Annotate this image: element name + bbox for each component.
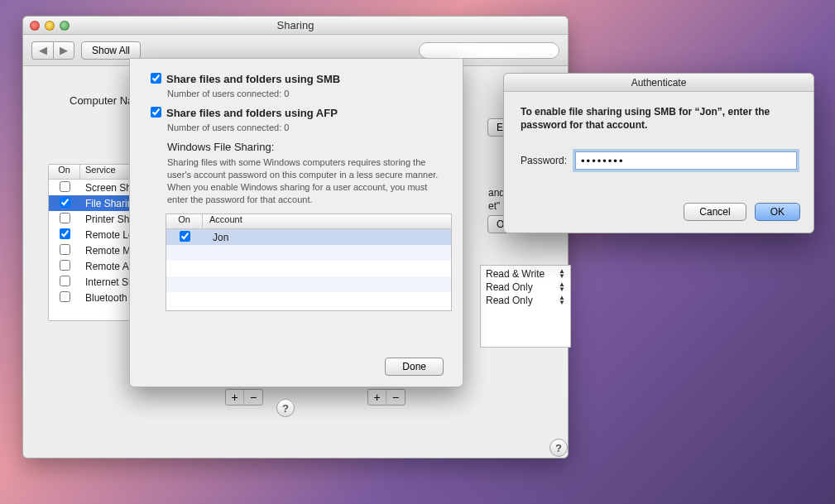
window-title: Sharing — [23, 19, 568, 31]
done-button[interactable]: Done — [385, 358, 444, 376]
service-checkbox[interactable] — [60, 291, 70, 302]
permission-row[interactable]: Read & Write▲▼ — [486, 268, 565, 280]
afp-label: Share files and folders using AFP — [166, 107, 338, 119]
account-row — [166, 245, 451, 261]
permission-label: Read Only — [486, 281, 533, 293]
folders-add-remove: + − — [225, 389, 263, 406]
computer-name-label: Computer Na — [70, 94, 133, 107]
stepper-icon[interactable]: ▲▼ — [559, 282, 565, 292]
afp-checkbox[interactable] — [151, 107, 161, 118]
accounts-table: On Account Jon — [166, 214, 452, 311]
nav-segment: ◀ ▶ — [31, 41, 74, 60]
service-checkbox[interactable] — [60, 213, 70, 223]
search-input[interactable] — [429, 45, 554, 56]
service-checkbox[interactable] — [60, 276, 70, 286]
account-checkbox[interactable] — [180, 231, 190, 242]
auth-title: Authenticate — [504, 74, 813, 92]
add-folder-button[interactable]: + — [226, 390, 244, 405]
search-field[interactable] — [419, 42, 559, 59]
col-on: On — [166, 214, 203, 228]
options-sheet: Share files and folders using SMB Number… — [129, 58, 463, 387]
users-add-remove: + − — [367, 389, 406, 406]
titlebar: Sharing — [23, 17, 568, 35]
account-row — [166, 261, 451, 276]
service-checkbox[interactable] — [60, 260, 70, 271]
password-label: Password: — [521, 155, 567, 166]
account-row — [166, 292, 451, 308]
password-input[interactable] — [575, 151, 797, 170]
permission-row[interactable]: Read Only▲▼ — [486, 281, 565, 293]
wfs-heading: Windows File Sharing: — [167, 141, 442, 153]
col-account: Account — [203, 214, 451, 228]
service-checkbox[interactable] — [60, 181, 70, 192]
show-all-button[interactable]: Show All — [81, 41, 141, 60]
smb-checkbox[interactable] — [151, 73, 161, 84]
smb-subtext: Number of users connected: 0 — [167, 89, 442, 98]
account-row — [166, 276, 451, 292]
smb-label: Share files and folders using SMB — [166, 73, 340, 85]
remove-user-button[interactable]: − — [386, 390, 405, 405]
service-checkbox[interactable] — [60, 197, 70, 208]
col-on: On — [49, 165, 80, 179]
stepper-icon[interactable]: ▲▼ — [559, 269, 565, 279]
stepper-icon[interactable]: ▲▼ — [559, 295, 565, 305]
afp-subtext: Number of users connected: 0 — [167, 122, 442, 132]
forward-button[interactable]: ▶ — [53, 41, 74, 60]
permission-label: Read Only — [486, 295, 533, 306]
permissions-list: Read & Write▲▼Read Only▲▼Read Only▲▼ — [480, 265, 571, 348]
permission-row[interactable]: Read Only▲▼ — [486, 295, 565, 306]
add-user-button[interactable]: + — [368, 390, 386, 405]
sheet-help-button[interactable]: ? — [276, 399, 295, 417]
account-row[interactable]: Jon — [166, 229, 451, 245]
auth-message: To enable file sharing using SMB for “Jo… — [521, 105, 797, 132]
back-button[interactable]: ◀ — [31, 41, 53, 60]
cancel-button[interactable]: Cancel — [684, 203, 746, 221]
authenticate-dialog: Authenticate To enable file sharing usin… — [503, 73, 814, 233]
service-checkbox[interactable] — [60, 244, 70, 255]
account-name: Jon — [203, 232, 451, 243]
remove-folder-button[interactable]: − — [244, 390, 262, 405]
permission-label: Read & Write — [486, 268, 545, 280]
wfs-body: Sharing files with some Windows computer… — [167, 156, 442, 205]
service-checkbox[interactable] — [60, 228, 70, 239]
help-button[interactable]: ? — [549, 439, 568, 457]
ok-button[interactable]: OK — [755, 203, 800, 221]
